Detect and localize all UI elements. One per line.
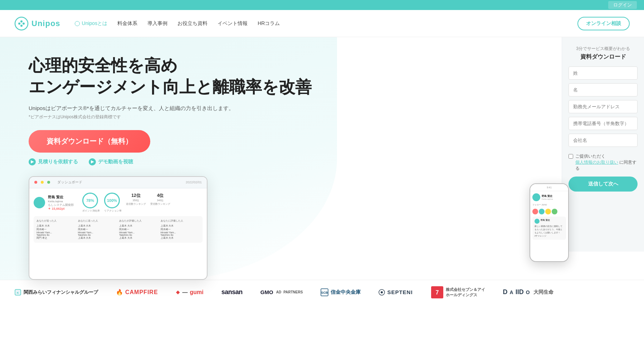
svg-point-10 — [381, 291, 383, 293]
campfire-flame-icon: 🔥 — [116, 289, 123, 296]
phone-topbar: 9:41 — [530, 184, 568, 191]
rank1-sub: 350位 — [126, 199, 146, 202]
nav-item-events[interactable]: イベント情報 — [218, 20, 248, 27]
estimate-icon: ▶ — [29, 158, 36, 165]
feed-name: 野島 賢佐 — [541, 219, 550, 224]
phone-feed-header: 野島 賢佐 — [535, 219, 564, 224]
logo-kansai: K 関西みらいフィナンシャルグループ — [14, 289, 98, 296]
dot-red — [34, 181, 37, 184]
nav-item-cases[interactable]: 導入事例 — [147, 20, 167, 27]
globe-icon — [75, 21, 80, 26]
nav-item-resources[interactable]: お役立ち資料 — [177, 20, 208, 27]
profile-dept: もしシステム開発部 — [48, 203, 74, 207]
mei-input[interactable] — [569, 83, 638, 96]
svg-point-4 — [20, 25, 23, 27]
header: Unipos Uniposとは 料金体系 導入事例 お役立ち資料 イベント情報 … — [0, 10, 644, 37]
pa4 — [552, 209, 557, 214]
feed-text: 新しい業務の担当に挑戦してもらったありがとう、今後ともよろしくお願いします！#チ… — [535, 225, 564, 238]
sei-input[interactable] — [569, 66, 638, 80]
profile-info: 野島 賢佐 Keita.tajima もしシステム開発部 ✦ 15,662pt — [48, 195, 74, 210]
profile-sub: Keita.tajima — [48, 200, 74, 203]
logo-septeni: SEPTENI — [379, 289, 413, 296]
phone-name: 野島 賢佐 — [542, 194, 553, 198]
phone-content: 野島 賢佐 Keita.tajima フォロー 25/50 — [530, 191, 568, 242]
company-input[interactable] — [569, 134, 638, 147]
stats-table: あなたが送った人 あなたに送った人 あなたが評価した人 あなたに評価した人 上葛… — [34, 216, 203, 243]
hero-title: 心理的安全性を高め エンゲージメント向上と離職率を改善 — [29, 55, 547, 98]
unipos-logo-icon — [14, 16, 29, 31]
content-row: 心理的安全性を高め エンゲージメント向上と離職率を改善 Uniposはピアボーナ… — [0, 37, 644, 280]
dot-yellow — [41, 181, 44, 184]
phone-profile: 野島 賢佐 Keita.tajima — [532, 193, 566, 201]
shinkin-icon: SCB — [321, 288, 328, 296]
logo-shinkin: SCB 信金中央金庫 — [321, 288, 361, 296]
phone-time: 9:41 — [547, 186, 552, 189]
privacy-checkbox[interactable] — [569, 154, 573, 159]
hero-inner: 心理的安全性を高め エンゲージメント向上と離職率を改善 Uniposはピアボーナ… — [29, 55, 547, 280]
demo-link[interactable]: ▶ デモ動画を視聴 — [89, 158, 133, 165]
phone-mockup: 9:41 野島 賢佐 Keita.tajima フォロー 25/50 — [530, 183, 569, 262]
circle-val2: 100% — [104, 193, 120, 208]
form-submit-button[interactable]: 送信して次へ — [569, 177, 638, 192]
main-nav: Uniposとは 料金体系 導入事例 お役立ち資料 イベント情報 HRコラム — [75, 20, 577, 27]
table-col4: 上葛木 大木 岡木崎一 Hiroaki Yam... Takehiro Ito … — [161, 224, 200, 240]
hero-section: 心理的安全性を高め エンゲージメント向上と離職率を改善 Uniposはピアボーナ… — [0, 37, 562, 280]
hero-title-line2: エンゲージメント向上と離職率を改善 — [29, 78, 312, 96]
svg-point-3 — [23, 23, 25, 25]
ranking-col: 12位 350位 送信数ランキング — [126, 193, 146, 213]
phone-avatar — [532, 193, 540, 201]
reaction-rate-circle: 78% ポイント消化率 — [82, 193, 100, 213]
svg-point-0 — [15, 17, 28, 30]
logos-bar: K 関西みらいフィナンシャルグループ 🔥 CAMPFIRE ◆ — gumi s… — [0, 280, 644, 304]
date-label: 2022/02/01 — [186, 180, 202, 184]
rank2-sub: 340位 — [150, 199, 170, 202]
hero-note: *ピアボーナスはUnipos株式会社の登録商標です — [29, 114, 547, 120]
table-col3: 上葛木 大木 岡木崎一 Hiroaki Yam... Takehiro Ito … — [119, 224, 158, 240]
pa1 — [532, 209, 538, 214]
avatar — [34, 197, 45, 208]
seven-eleven-icon: 7 — [431, 286, 444, 299]
phone-input[interactable] — [569, 117, 638, 130]
phone-stats: フォロー 25/50 — [532, 203, 566, 207]
estimate-link[interactable]: ▶ 見積りを依頼する — [29, 158, 78, 165]
tablet-mockup: ダッシュボード 2022/02/01 野島 賢佐 Keita.tajima もし… — [29, 176, 208, 280]
logo-daido: D A IID O 大同生命 — [503, 288, 553, 296]
phone-sub: Keita.tajima — [542, 198, 553, 200]
logo-link[interactable]: Unipos — [14, 16, 60, 31]
rank1-label: 送信数ランキング — [126, 202, 146, 206]
svg-text:SCB: SCB — [321, 291, 328, 294]
demo-icon: ▶ — [89, 158, 96, 165]
logo-gumi: ◆ — gumi — [176, 289, 204, 296]
nav-item-pricing[interactable]: 料金体系 — [117, 20, 137, 27]
ranking-col2: 4位 340位 受信数ランキング — [150, 193, 170, 213]
login-button[interactable]: ログイン — [608, 1, 637, 9]
septeni-icon — [379, 289, 385, 296]
rank1-val: 12位 — [126, 193, 146, 199]
table-rows: 上葛木 大木 岡木崎一 Hiroaki Yam... Takehiro Ito … — [36, 224, 200, 240]
nav-item-hr[interactable]: HRコラム — [258, 20, 280, 27]
online-consultation-button[interactable]: オンライン相談 — [577, 17, 630, 30]
email-input[interactable] — [569, 100, 638, 113]
logo-gmo: GMO AD PARTNERS — [260, 289, 303, 295]
logo-711: 7 株式会社セブン＆アイホールディングス — [431, 286, 485, 299]
logo-text: Unipos — [31, 19, 60, 28]
hero-subtitle: Uniposはピアボーナス®*を通じてカルチャーを変え、人と組織の力を引き出しま… — [29, 105, 547, 112]
svg-text:7: 7 — [435, 289, 439, 296]
feed-avatar — [535, 219, 540, 224]
pa2 — [539, 209, 545, 214]
nav-item-about[interactable]: Uniposとは — [75, 20, 108, 27]
svg-point-2 — [20, 20, 23, 23]
dashboard-label: ダッシュボード — [57, 180, 82, 185]
download-cta-button[interactable]: 資料ダウンロード（無料） — [29, 130, 150, 153]
table-headers: あなたが送った人 あなたに送った人 あなたが評価した人 あなたに評価した人 — [36, 219, 200, 223]
logo-campfire: 🔥 CAMPFIRE — [116, 289, 158, 296]
profile-points: ✦ 15,662pt — [48, 207, 74, 210]
form-sidebar: 3分でサービス概要がわかる 資料ダウンロード ご提供いただく 個人情報のお取り扱… — [562, 37, 644, 252]
privacy-link[interactable]: 個人情報のお取り扱い — [575, 160, 618, 165]
dashboard-visuals: ダッシュボード 2022/02/01 野島 賢佐 Keita.tajima もし… — [29, 176, 547, 280]
pa3 — [545, 209, 551, 214]
form-sidebar-heading: 資料ダウンロード — [569, 53, 638, 61]
tablet-content: 野島 賢佐 Keita.tajima もしシステム開発部 ✦ 15,662pt … — [29, 188, 207, 247]
hero-title-line1: 心理的安全性を高め — [29, 56, 177, 75]
kansai-icon: K — [14, 289, 21, 296]
